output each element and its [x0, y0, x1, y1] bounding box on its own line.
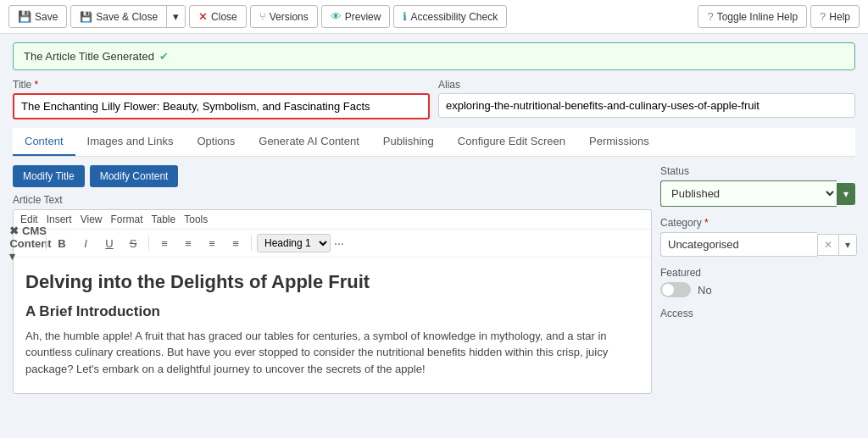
featured-row: No [660, 282, 855, 297]
accessibility-button[interactable]: ℹ Accessibility Check [393, 5, 507, 28]
toggle-help-label: Toggle Inline Help [717, 11, 798, 23]
versions-button[interactable]: ⑂ Versions [250, 5, 318, 28]
tab-content[interactable]: Content [13, 128, 75, 156]
featured-toggle[interactable] [660, 282, 691, 297]
preview-icon: 👁 [331, 10, 342, 23]
alias-label: Alias [438, 79, 855, 91]
heading-select[interactable]: Heading 1 Heading 2 Heading 3 Paragraph [257, 234, 331, 252]
alias-field-group: Alias [438, 79, 855, 119]
category-dropdown-button[interactable]: ▾ [838, 234, 857, 256]
status-select[interactable]: Published Unpublished Archived Trashed [660, 180, 837, 207]
align-right-icon[interactable]: ≡ [202, 233, 222, 253]
versions-label: Versions [270, 11, 309, 23]
editor-paragraph: Ah, the humble apple! A fruit that has g… [25, 328, 639, 378]
underline-icon[interactable]: U [99, 233, 120, 253]
tab-generate-ai-content[interactable]: Generate AI Content [247, 128, 371, 156]
modify-content-button[interactable]: Modify Content [90, 165, 179, 187]
category-label: Category * [660, 217, 855, 229]
sidebar-area: Status Published Unpublished Archived Tr… [660, 165, 855, 394]
save-close-group: 💾 Save & Close ▾ [70, 5, 186, 28]
featured-label: Featured [660, 267, 855, 279]
modify-title-button[interactable]: Modify Title [13, 165, 85, 187]
toggle-inline-help-button[interactable]: ? Toggle Inline Help [698, 5, 807, 28]
alias-input[interactable] [438, 93, 855, 118]
article-title-generated-text: The Article Title Generated [24, 50, 154, 63]
editor-menu-bar: Edit Insert View Format Table Tools [14, 210, 651, 230]
main-area: The Article Title Generated ✔ Title * Al… [0, 34, 868, 402]
save-close-button[interactable]: 💾 Save & Close [71, 7, 166, 27]
tab-configure-edit-screen[interactable]: Configure Edit Screen [446, 128, 577, 156]
article-text-label: Article Text [13, 194, 652, 206]
preview-button[interactable]: 👁 Preview [321, 5, 391, 28]
check-icon: ✔ [159, 50, 169, 63]
menu-format[interactable]: Format [111, 213, 143, 225]
toolbar-separator-2 [148, 236, 149, 251]
category-required: * [704, 217, 709, 229]
bold-icon[interactable]: B [52, 233, 72, 253]
toggle-knob [662, 284, 674, 296]
chevron-down-icon: ▾ [173, 10, 179, 23]
modify-buttons: Modify Title Modify Content [13, 165, 652, 187]
category-group: ✕ ▾ [660, 232, 855, 257]
toolbar-separator-1 [46, 236, 47, 251]
editor-toolbar: ✖ CMS Content ▾ B I U S ≡ ≡ ≡ ≡ Heading … [14, 230, 651, 258]
save-button[interactable]: 💾 Save [8, 5, 67, 28]
italic-icon[interactable]: I [75, 233, 96, 253]
status-arrow-button[interactable]: ▾ [837, 183, 855, 205]
toolbar-separator-3 [251, 236, 252, 251]
align-left-icon[interactable]: ≡ [154, 233, 175, 253]
accessibility-icon: ℹ [403, 10, 407, 23]
save-close-label: Save & Close [96, 11, 158, 23]
save-close-dropdown-button[interactable]: ▾ [166, 6, 185, 27]
tabs-bar: Content Images and Links Options Generat… [13, 128, 855, 157]
content-sidebar: Modify Title Modify Content Article Text… [13, 165, 855, 394]
menu-view[interactable]: View [81, 213, 103, 225]
help-button[interactable]: ? Help [810, 5, 860, 28]
article-title-generated-banner: The Article Title Generated ✔ [13, 42, 855, 70]
save-icon: 💾 [18, 10, 31, 23]
editor-body[interactable]: Delving into the Delights of Apple Fruit… [14, 258, 651, 393]
title-field-group: Title * [13, 79, 430, 119]
help-icon: ? [820, 10, 826, 23]
status-label: Status [660, 165, 855, 177]
chevron-down-icon: ▾ [843, 188, 849, 200]
save-label: Save [35, 11, 58, 23]
joomla-cms-content-icon[interactable]: ✖ CMS Content ▾ [20, 233, 41, 253]
preview-label: Preview [345, 11, 381, 23]
title-required: * [35, 79, 39, 91]
tab-options[interactable]: Options [185, 128, 247, 156]
menu-tools[interactable]: Tools [184, 213, 208, 225]
help-label: Help [829, 11, 850, 23]
close-button[interactable]: ✕ Close [189, 5, 247, 28]
toggle-help-icon: ? [707, 10, 713, 23]
status-section: Status Published Unpublished Archived Tr… [660, 165, 855, 207]
category-section: Category * ✕ ▾ [660, 217, 855, 257]
title-input[interactable] [13, 93, 430, 119]
category-input[interactable] [660, 232, 817, 257]
title-alias-row: Title * Alias [13, 79, 855, 119]
access-label: Access [660, 308, 855, 319]
versions-icon: ⑂ [259, 10, 266, 23]
tab-publishing[interactable]: Publishing [371, 128, 446, 156]
close-icon: ✕ [198, 10, 208, 23]
editor-h2: A Brief Introduction [25, 301, 639, 323]
toolbar: 💾 Save 💾 Save & Close ▾ ✕ Close ⑂ Versio… [0, 0, 868, 34]
category-clear-button[interactable]: ✕ [817, 234, 838, 256]
access-section: Access [660, 308, 855, 319]
tab-permissions[interactable]: Permissions [577, 128, 661, 156]
featured-no-label: No [698, 284, 712, 297]
more-options-icon[interactable]: ··· [334, 236, 344, 250]
close-label: Close [211, 11, 237, 23]
tab-images-links[interactable]: Images and Links [75, 128, 186, 156]
align-justify-icon[interactable]: ≡ [225, 233, 246, 253]
save-close-icon: 💾 [80, 11, 92, 23]
editor-container: Edit Insert View Format Table Tools ✖ CM… [13, 209, 652, 394]
featured-section: Featured No [660, 267, 855, 297]
content-area: Modify Title Modify Content Article Text… [13, 165, 652, 394]
title-label: Title * [13, 79, 430, 91]
accessibility-label: Accessibility Check [410, 11, 498, 23]
status-group: Published Unpublished Archived Trashed ▾ [660, 180, 855, 207]
menu-table[interactable]: Table [152, 213, 176, 225]
align-center-icon[interactable]: ≡ [178, 233, 198, 253]
strikethrough-icon[interactable]: S [123, 233, 143, 253]
